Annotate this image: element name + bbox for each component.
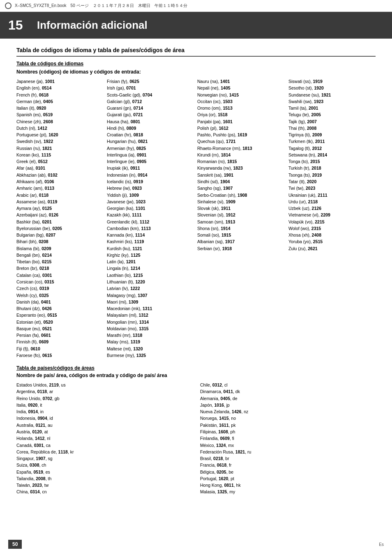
list-item: Panjabi (pa), 1601 xyxy=(197,118,284,125)
list-item: French (fr), 0618 xyxy=(16,92,103,98)
list-item: Galician (gl), 0712 xyxy=(107,98,193,105)
list-item: Interlingua (ia), 0901 xyxy=(107,152,193,158)
list-item: Shona (sn), 1914 xyxy=(197,225,284,232)
list-item: Tamil (ta), 2001 xyxy=(288,105,376,111)
list-item: Korean (ko), 1115 xyxy=(16,152,103,158)
list-item: Sanskrit (sa), 1901 xyxy=(197,172,284,178)
list-item: Suiza, 0308, ch xyxy=(16,462,192,468)
list-item: Urdu (ur), 2118 xyxy=(288,198,376,205)
list-item: Latvian (lv), 1222 xyxy=(107,285,193,292)
list-item: Somali (so), 1915 xyxy=(197,232,284,238)
list-item: Persian (fa), 0601 xyxy=(16,332,103,338)
list-item: Scots-Gaelic (gd), 0704 xyxy=(107,92,193,98)
header-rule xyxy=(16,56,376,57)
list-item: Wolof (wo), 2315 xyxy=(288,225,376,232)
list-item: Ukrainian (uk), 2111 xyxy=(288,192,376,198)
list-item: Sesotho (st), 1920 xyxy=(288,85,376,91)
subsection-title: Tabla de códigos de idiomas xyxy=(16,61,376,67)
list-item: Fiji (fj), 0610 xyxy=(16,345,103,352)
list-item: Vietnamese (vi), 2209 xyxy=(288,212,376,218)
list-item: Maori (mi), 1309 xyxy=(107,299,193,305)
list-item: Hebrew (iw), 0923 xyxy=(107,185,193,191)
list-item: Tatar (tt), 2020 xyxy=(288,178,376,185)
list-item: Nueva Zelanda, 1426, nz xyxy=(200,408,376,415)
list-item: Japón, 1016, jp xyxy=(200,402,376,408)
list-item: Oriya (or), 1518 xyxy=(197,111,284,118)
list-item: Bihari (bh), 0208 xyxy=(16,238,103,245)
list-item: Occitan (oc), 1503 xyxy=(197,98,284,105)
list-item: Yiddish (ji), 1009 xyxy=(107,192,193,198)
list-item: Slovenian (sl), 1912 xyxy=(197,212,284,218)
list-item: Uzbek (uz), 2126 xyxy=(288,205,376,212)
list-item: Indonesia, 0904, id xyxy=(16,415,192,421)
list-item: Turkmen (tk), 2011 xyxy=(288,138,376,145)
list-item: Australia, 0121, au xyxy=(16,422,192,428)
list-item: Latin (la), 1201 xyxy=(107,258,193,265)
list-item: Twi (tw), 2023 xyxy=(288,185,376,191)
top-bar-text: X–SMC5_SYXZT8_En.book 50 ページ ２０１１年７月２８日 … xyxy=(15,3,187,9)
list-item: Chinese (zh), 2608 xyxy=(16,118,103,125)
list-item: Afrikaans (af), 0106 xyxy=(16,178,103,185)
list-item: Reino Unido, 0702, gb xyxy=(16,395,192,402)
list-item: Brasil, 0218, br xyxy=(200,455,376,462)
list-item: Tsonga (ts), 2019 xyxy=(288,172,376,178)
section-title: Tabla de códigos de idioma y tabla de pa… xyxy=(16,47,376,53)
list-item: México, 1324, mx xyxy=(200,442,376,449)
list-item: Moldavian (mo), 1315 xyxy=(107,325,193,332)
list-item: Indonesian (in), 0914 xyxy=(107,172,193,178)
list-item: Irish (ga), 0701 xyxy=(107,85,193,91)
list-item: Assamese (as), 0119 xyxy=(16,198,103,205)
list-item: Pakistán, 1611, pk xyxy=(200,422,376,428)
list-item: Polish (pl), 1612 xyxy=(197,125,284,131)
list-item: China, 0314, cn xyxy=(16,488,192,495)
list-item: Sindhi (sd), 1904 xyxy=(197,178,284,185)
list-item: Nauru (na), 1401 xyxy=(197,78,284,85)
list-item: Malay (ms), 1319 xyxy=(107,338,193,345)
list-item: Sangho (sg), 1907 xyxy=(197,185,284,191)
list-item: Dutch (nl), 1412 xyxy=(16,125,103,131)
chapter-number: 15 xyxy=(8,18,29,33)
list-item: Kannada (kn), 1114 xyxy=(107,232,193,238)
list-item: Basque (eu), 0521 xyxy=(16,325,103,332)
list-item: Dinamarca, 0411, dk xyxy=(200,388,376,395)
list-item: Volapük (vo), 2215 xyxy=(288,219,376,225)
list-item: Malayalam (ml), 1312 xyxy=(107,312,193,318)
list-item: Singapur, 1907, sg xyxy=(16,455,192,462)
list-item: Austria, 0120, at xyxy=(16,428,192,435)
list-item: Greenlandic (kl), 1112 xyxy=(107,219,193,225)
list-item: Tailandia, 2008, th xyxy=(16,475,192,482)
list-item: Malagasy (mg), 1307 xyxy=(107,292,193,299)
list-item: Abkhazian (ab), 0102 xyxy=(16,172,103,178)
list-item: Bislama (bi), 0209 xyxy=(16,245,103,252)
list-item: Azerbaijani (az), 0126 xyxy=(16,212,103,218)
list-item: Alemania, 0405, de xyxy=(200,395,376,402)
list-item: Icelandic (is), 0919 xyxy=(107,178,193,185)
language-col-left: Japanese (ja), 1001English (en), 0514Fre… xyxy=(16,78,107,359)
list-item: Burmese (my), 1325 xyxy=(107,352,193,359)
list-item: Breton (br), 0218 xyxy=(16,265,103,272)
chapter-header: 15 Información adicional xyxy=(0,12,392,39)
list-item: España, 0519, es xyxy=(16,469,192,475)
list-item: Quechua (qu), 1721 xyxy=(197,138,284,145)
list-item: Telugu (te), 2005 xyxy=(288,111,376,118)
language-col-right2: Siswati (ss), 1919Sesotho (st), 1920Sund… xyxy=(288,78,376,359)
list-item: Portuguese (pt), 1620 xyxy=(16,131,103,138)
list-item: Faroese (fo), 0615 xyxy=(16,352,103,359)
list-item: Xhosa (xh), 2408 xyxy=(288,232,376,238)
list-item: Danish (da), 0401 xyxy=(16,299,103,305)
list-item: Tonga (to), 2015 xyxy=(288,158,376,165)
list-item: Kinyarwanda (rw), 1823 xyxy=(197,165,284,171)
list-item: Tibetan (bo), 0215 xyxy=(16,258,103,265)
countries-table: Estados Unidos, 2119, usArgentina, 0118,… xyxy=(16,382,376,495)
list-item: Esperanto (eo), 0515 xyxy=(16,312,103,318)
list-item: Georgian (ka), 1101 xyxy=(107,205,193,212)
list-item: Hong Kong, 0811, hk xyxy=(200,482,376,488)
list-item: Afar (aa), 0101 xyxy=(16,165,103,171)
list-item: Gujarati (gu), 0721 xyxy=(107,111,193,118)
list-item: English (en), 0514 xyxy=(16,85,103,91)
list-item: Samoan (sm), 1913 xyxy=(197,219,284,225)
list-item: Taiwán, 2023, tw xyxy=(16,482,192,488)
list-item: Swahili (sw), 1923 xyxy=(288,98,376,105)
list-item: Finnish (fi), 0609 xyxy=(16,338,103,345)
list-item: Spanish (es), 0519 xyxy=(16,111,103,118)
